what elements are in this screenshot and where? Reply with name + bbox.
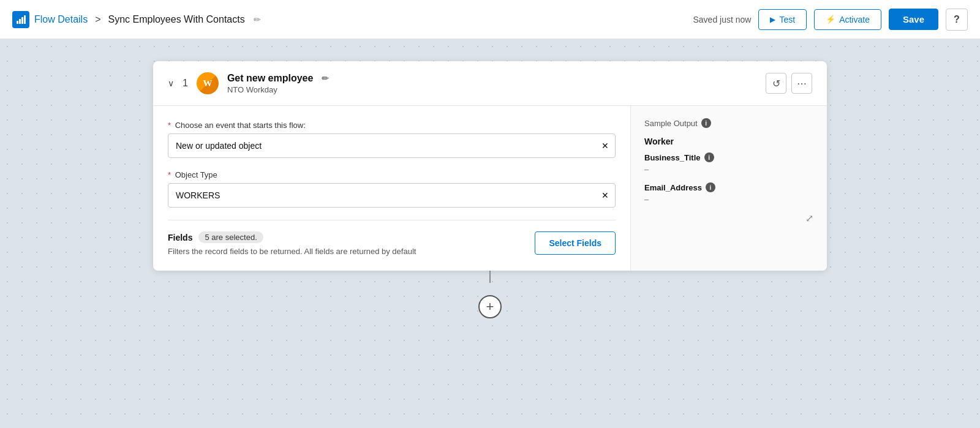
sample-field-business-title: Business_Title i – xyxy=(644,152,813,174)
business-title-value: – xyxy=(644,165,813,174)
card-header-right: ↺ ⋯ xyxy=(766,73,812,94)
help-button[interactable]: ? xyxy=(946,9,968,31)
save-button[interactable]: Save xyxy=(889,9,938,30)
breadcrumb-edit-icon[interactable]: ✏ xyxy=(254,15,261,24)
email-address-info-icon[interactable]: i xyxy=(706,182,715,192)
required-star-object: * xyxy=(168,170,171,179)
sample-field-email-address: Email_Address i – xyxy=(644,182,813,204)
fields-description: Filters the record fields to be returned… xyxy=(168,247,522,256)
card-title-group: Get new employee ✏ NTO Workday xyxy=(227,73,330,94)
workday-icon: W xyxy=(197,72,219,94)
card-main: * Choose an event that starts this flow:… xyxy=(153,106,631,271)
required-star-event: * xyxy=(168,121,171,130)
connector-line xyxy=(489,271,491,283)
fields-header: Fields 5 are selected. Filters the recor… xyxy=(168,231,616,256)
object-type-form-group: * Object Type WORKERS ✕ xyxy=(168,170,616,208)
sample-output-title: Sample Output i xyxy=(644,118,813,128)
card-title: Get new employee ✏ xyxy=(227,73,330,84)
saved-status: Saved just now xyxy=(693,15,752,24)
expand-icon[interactable]: ⤢ xyxy=(805,212,813,224)
event-label: * Choose an event that starts this flow: xyxy=(168,121,616,130)
app-logo xyxy=(12,11,29,28)
object-type-clear-icon[interactable]: ✕ xyxy=(601,190,609,200)
breadcrumb-separator: > xyxy=(95,14,100,25)
card-header-left: ∨ 1 W Get new employee ✏ NTO Workday xyxy=(168,72,756,94)
collapse-icon[interactable]: ∨ xyxy=(168,78,174,88)
activate-button[interactable]: ⚡ Activate xyxy=(814,9,881,30)
business-title-info-icon[interactable]: i xyxy=(704,152,714,162)
svg-rect-2 xyxy=(21,17,23,24)
refresh-button[interactable]: ↺ xyxy=(766,73,786,94)
object-type-label: * Object Type xyxy=(168,170,616,179)
step-number: 1 xyxy=(183,78,188,89)
sample-section-title: Worker xyxy=(644,137,813,146)
lightning-icon: ⚡ xyxy=(826,15,835,24)
business-title-label: Business_Title i xyxy=(644,152,813,162)
event-clear-icon[interactable]: ✕ xyxy=(601,141,609,151)
object-type-value: WORKERS xyxy=(176,190,220,200)
sample-output-info-icon[interactable]: i xyxy=(701,118,711,128)
sidebar-expand: ⤢ xyxy=(644,212,813,224)
email-address-label: Email_Address i xyxy=(644,182,813,192)
header-left: Flow Details > Sync Employees With Conta… xyxy=(12,11,686,28)
header-right: Saved just now ▶ Test ⚡ Activate Save ? xyxy=(693,9,968,31)
more-options-button[interactable]: ⋯ xyxy=(791,73,812,94)
object-type-input-wrapper[interactable]: WORKERS ✕ xyxy=(168,183,616,208)
card-sidebar: Sample Output i Worker Business_Title i … xyxy=(631,106,827,271)
svg-rect-0 xyxy=(17,21,18,24)
app-header: Flow Details > Sync Employees With Conta… xyxy=(0,0,980,39)
svg-rect-1 xyxy=(19,19,21,24)
event-input-wrapper[interactable]: New or updated object ✕ xyxy=(168,133,616,158)
fields-badge: 5 are selected. xyxy=(198,231,263,243)
card-body: * Choose an event that starts this flow:… xyxy=(153,106,827,271)
fields-label: Fields xyxy=(168,233,192,242)
event-value: New or updated object xyxy=(176,141,262,151)
test-button[interactable]: ▶ Test xyxy=(758,9,807,30)
email-address-value: – xyxy=(644,195,813,204)
flow-step-card: ∨ 1 W Get new employee ✏ NTO Workday ↺ ⋯ xyxy=(153,61,827,271)
card-edit-icon[interactable]: ✏ xyxy=(322,73,329,83)
add-step-button[interactable]: + xyxy=(478,295,502,318)
select-fields-button[interactable]: Select Fields xyxy=(535,231,616,255)
fields-left: Fields 5 are selected. Filters the recor… xyxy=(168,231,522,256)
event-form-group: * Choose an event that starts this flow:… xyxy=(168,121,616,158)
card-header: ∨ 1 W Get new employee ✏ NTO Workday ↺ ⋯ xyxy=(153,61,827,106)
card-subtitle: NTO Workday xyxy=(227,85,330,94)
flow-canvas: ∨ 1 W Get new employee ✏ NTO Workday ↺ ⋯ xyxy=(0,39,980,428)
add-step-row: + xyxy=(478,295,502,318)
svg-rect-3 xyxy=(24,15,26,24)
flow-details-link[interactable]: Flow Details xyxy=(34,14,88,25)
breadcrumb-current: Sync Employees With Contacts xyxy=(108,14,244,25)
fields-title-row: Fields 5 are selected. xyxy=(168,231,522,243)
fields-section: Fields 5 are selected. Filters the recor… xyxy=(168,220,616,256)
play-icon: ▶ xyxy=(770,15,775,24)
